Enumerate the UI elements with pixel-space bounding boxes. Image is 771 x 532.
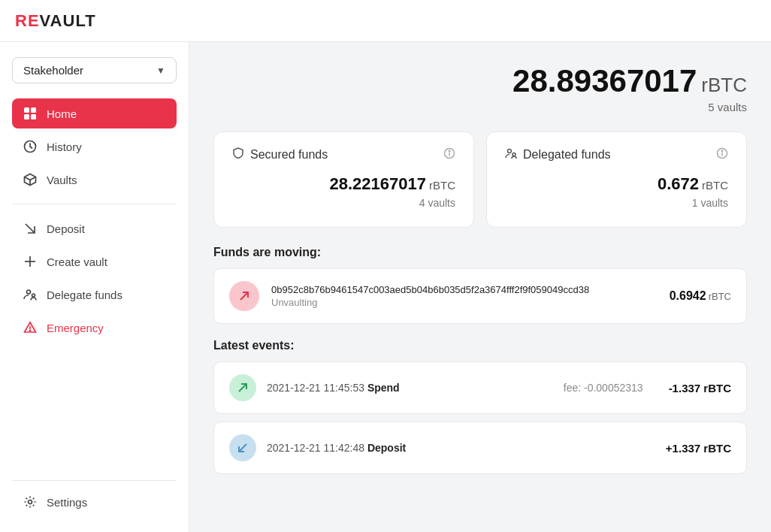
sidebar-item-home-label: Home [47, 107, 77, 120]
plus-icon [23, 254, 38, 269]
grid-icon [23, 106, 38, 121]
svg-rect-2 [24, 114, 29, 119]
sidebar-item-home[interactable]: Home [12, 98, 177, 128]
card-header-delegated: Delegated funds [505, 147, 728, 162]
svg-point-9 [27, 290, 31, 294]
box-icon [23, 172, 38, 187]
event-spend-datetime: 2021-12-21 11:45:53 [267, 382, 364, 394]
sidebar-item-emergency-label: Emergency [47, 322, 104, 334]
svg-line-24 [239, 444, 246, 452]
sidebar-item-create-vault-label: Create vault [47, 255, 107, 268]
sidebar-bottom: Settings [12, 474, 177, 517]
moving-item-currency: rBTC [709, 291, 731, 302]
cards-row: Secured funds 28.22167017rBTC [213, 131, 747, 228]
sidebar-item-delegate-funds[interactable]: Delegate funds [12, 280, 177, 310]
settings-icon [23, 494, 38, 509]
sidebar-item-create-vault[interactable]: Create vault [12, 246, 177, 277]
warning-icon [23, 320, 38, 335]
balance-display: 28.89367017rBTC [213, 63, 747, 99]
delegate-card-icon [505, 147, 517, 162]
event-deposit-type: Deposit [367, 442, 406, 454]
delegated-amount: 0.672rBTC [505, 174, 728, 194]
sidebar: Stakeholder ▼ Home [0, 42, 189, 532]
moving-item: 0b952c8b76b9461547c003aed5b04b6b035d5f2a… [213, 268, 747, 324]
delegated-currency: rBTC [702, 179, 728, 192]
info-icon-secured[interactable] [443, 147, 455, 162]
nav-divider-2 [12, 480, 177, 481]
card-title-delegated: Delegated funds [505, 147, 611, 162]
nav-divider-1 [12, 204, 177, 204]
moving-item-label: Unvaulting [271, 297, 658, 308]
sidebar-item-vaults[interactable]: Vaults [12, 165, 177, 195]
card-header-secured: Secured funds [232, 147, 455, 162]
funds-moving-title: Funds are moving: [213, 246, 747, 259]
delegated-funds-card: Delegated funds 0.672rBTC [486, 131, 747, 228]
card-title-secured: Secured funds [232, 147, 328, 162]
app-header: REVAULT [0, 0, 771, 42]
event-spend-fee: fee: -0.00052313 [564, 382, 643, 394]
moving-item-amount: 0.6942rBTC [670, 289, 731, 303]
delegate-icon [23, 287, 38, 302]
logo-vault: VAULT [40, 11, 96, 31]
svg-point-10 [32, 294, 35, 297]
secured-funds-label: Secured funds [250, 148, 328, 162]
logo: REVAULT [15, 11, 96, 31]
info-icon-delegated[interactable] [716, 147, 728, 162]
secured-funds-card: Secured funds 28.22167017rBTC [213, 131, 474, 228]
secured-amount: 28.22167017rBTC [232, 174, 455, 194]
shield-icon [232, 147, 244, 162]
logo-re: RE [15, 11, 40, 31]
svg-line-22 [240, 292, 248, 300]
sidebar-item-settings[interactable]: Settings [12, 487, 177, 517]
sidebar-item-delegate-label: Delegate funds [47, 289, 122, 301]
balance-header: 28.89367017rBTC 5 vaults [213, 63, 747, 113]
balance-amount: 28.89367017 [512, 63, 697, 98]
main-layout: Stakeholder ▼ Home [0, 42, 771, 532]
balance-vaults: 5 vaults [213, 101, 747, 113]
sidebar-item-settings-label: Settings [47, 496, 87, 509]
latest-events-title: Latest events: [213, 339, 747, 352]
event-deposit-datetime: 2021-12-21 11:42:48 [267, 442, 364, 454]
sidebar-item-deposit[interactable]: Deposit [12, 213, 177, 243]
balance-currency: rBTC [701, 74, 747, 96]
svg-point-12 [29, 330, 30, 331]
sidebar-item-history-label: History [47, 141, 82, 153]
moving-item-hash: 0b952c8b76b9461547c003aed5b04b6b035d5f2a… [271, 284, 658, 295]
svg-line-6 [26, 224, 35, 233]
event-spend-type: Spend [367, 382, 400, 394]
main-content: 28.89367017rBTC 5 vaults [189, 42, 771, 532]
moving-item-icon [229, 281, 259, 311]
event-deposit-amount: +1.337 rBTC [666, 442, 731, 455]
svg-point-17 [508, 150, 512, 153]
sidebar-item-vaults-label: Vaults [47, 174, 77, 186]
role-selector-text: Stakeholder [23, 64, 83, 77]
secured-currency: rBTC [429, 179, 455, 192]
sidebar-item-history[interactable]: History [12, 131, 177, 162]
svg-point-16 [449, 150, 449, 151]
svg-rect-3 [31, 114, 36, 119]
delegated-vaults: 1 vaults [505, 197, 728, 209]
svg-rect-1 [31, 107, 36, 113]
spend-icon [229, 374, 256, 401]
deposit-event-icon [229, 434, 256, 461]
deposit-icon [23, 221, 38, 236]
event-spend-amount: -1.337 rBTC [669, 382, 731, 394]
event-item-deposit: 2021-12-21 11:42:48 Deposit +1.337 rBTC [213, 422, 747, 474]
sidebar-item-emergency[interactable]: Emergency [12, 313, 177, 343]
event-spend-info: 2021-12-21 11:45:53 Spend [267, 382, 553, 394]
clock-icon [23, 139, 38, 154]
secured-vaults: 4 vaults [232, 197, 455, 209]
events-list: 2021-12-21 11:45:53 Spend fee: -0.000523… [213, 361, 747, 482]
svg-rect-0 [24, 107, 29, 113]
event-item-spend: 2021-12-21 11:45:53 Spend fee: -0.000523… [213, 361, 747, 414]
role-selector[interactable]: Stakeholder ▼ [12, 57, 177, 83]
sidebar-item-deposit-label: Deposit [47, 222, 85, 235]
chevron-down-icon: ▼ [156, 65, 165, 76]
svg-point-18 [512, 153, 516, 156]
svg-point-13 [29, 500, 32, 504]
event-deposit-info: 2021-12-21 11:42:48 Deposit [267, 442, 630, 454]
svg-line-23 [239, 384, 246, 391]
delegated-funds-label: Delegated funds [523, 148, 611, 162]
svg-point-21 [721, 150, 722, 151]
moving-item-info: 0b952c8b76b9461547c003aed5b04b6b035d5f2a… [271, 284, 658, 308]
